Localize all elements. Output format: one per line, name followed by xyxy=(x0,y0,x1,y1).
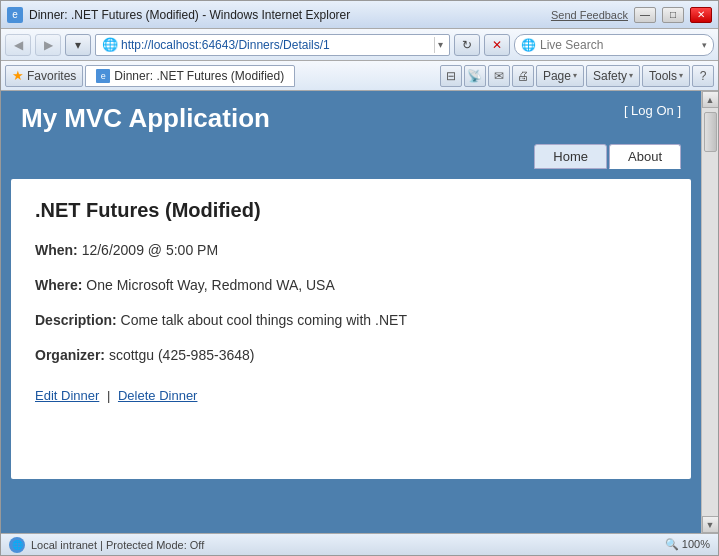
status-left: 🌐 Local intranet | Protected Mode: Off xyxy=(9,537,204,553)
toolbar-right: ⊟ 📡 ✉ 🖨 Page ▾ Safety ▾ Tools ▾ ? xyxy=(440,65,714,87)
status-bar: 🌐 Local intranet | Protected Mode: Off 🔍… xyxy=(1,533,718,555)
print-icon[interactable]: 🖨 xyxy=(512,65,534,87)
title-bar-left: e Dinner: .NET Futures (Modified) - Wind… xyxy=(7,7,350,23)
safety-menu[interactable]: Safety ▾ xyxy=(586,65,640,87)
scroll-down-button[interactable]: ▼ xyxy=(702,516,719,533)
organizer-label: Organizer: xyxy=(35,347,105,363)
mvc-navigation: Home About xyxy=(1,144,701,179)
organizer-field: Organizer: scottgu (425-985-3648) xyxy=(35,345,667,366)
edit-dinner-link[interactable]: Edit Dinner xyxy=(35,388,99,403)
zone-text: Local intranet | Protected Mode: Off xyxy=(31,539,204,551)
when-value: 12/6/2009 @ 5:00 PM xyxy=(82,242,218,258)
address-text: http://localhost:64643/Dinners/Details/1 xyxy=(121,38,431,52)
ie-icon: e xyxy=(7,7,23,23)
title-bar: e Dinner: .NET Futures (Modified) - Wind… xyxy=(1,1,718,29)
about-nav-button[interactable]: About xyxy=(609,144,681,169)
where-value: One Microsoft Way, Redmond WA, USA xyxy=(86,277,334,293)
browser-window: e Dinner: .NET Futures (Modified) - Wind… xyxy=(0,0,719,556)
mvc-application: My MVC Application [ Log On ] Home About… xyxy=(1,91,701,533)
page-menu[interactable]: Page ▾ xyxy=(536,65,584,87)
refresh-button[interactable]: ↻ xyxy=(454,34,480,56)
login-area: [ Log On ] xyxy=(624,103,681,118)
where-label: Where: xyxy=(35,277,82,293)
page-area: My MVC Application [ Log On ] Home About… xyxy=(1,91,718,533)
zone-icon: 🌐 xyxy=(9,537,25,553)
bracket-close: ] xyxy=(674,103,681,118)
delete-dinner-link[interactable]: Delete Dinner xyxy=(118,388,198,403)
dropdown-button[interactable]: ▾ xyxy=(65,34,91,56)
logon-link[interactable]: Log On xyxy=(631,103,674,118)
dinner-title: .NET Futures (Modified) xyxy=(35,199,667,222)
title-bar-controls: Send Feedback — □ ✕ xyxy=(551,7,712,23)
search-input[interactable] xyxy=(540,38,698,52)
description-label: Description: xyxy=(35,312,117,328)
favorites-button[interactable]: ★ Favorites xyxy=(5,65,83,87)
minimize-button[interactable]: — xyxy=(634,7,656,23)
feed-icon[interactable]: 📡 xyxy=(464,65,486,87)
mvc-main-content: .NET Futures (Modified) When: 12/6/2009 … xyxy=(11,179,691,479)
zoom-level[interactable]: 🔍 100% xyxy=(665,538,710,551)
window-title: Dinner: .NET Futures (Modified) - Window… xyxy=(29,8,350,22)
page-content: My MVC Application [ Log On ] Home About… xyxy=(1,91,701,533)
close-button[interactable]: ✕ xyxy=(690,7,712,23)
dinner-action-links: Edit Dinner | Delete Dinner xyxy=(35,388,667,403)
safety-dropdown-icon: ▾ xyxy=(629,71,633,80)
browser-toolbar: ★ Favorites e Dinner: .NET Futures (Modi… xyxy=(1,61,718,91)
where-field: Where: One Microsoft Way, Redmond WA, US… xyxy=(35,275,667,296)
home-nav-button[interactable]: Home xyxy=(534,144,607,169)
help-button[interactable]: ? xyxy=(692,65,714,87)
scrollbar-thumb[interactable] xyxy=(704,112,717,152)
print-preview-icon[interactable]: ⊟ xyxy=(440,65,462,87)
send-feedback-link[interactable]: Send Feedback xyxy=(551,9,628,21)
search-dropdown-icon[interactable]: ▾ xyxy=(702,40,707,50)
navigation-bar: ◀ ▶ ▾ 🌐 http://localhost:64643/Dinners/D… xyxy=(1,29,718,61)
tab-title: Dinner: .NET Futures (Modified) xyxy=(114,69,284,83)
favorites-label: Favorites xyxy=(27,69,76,83)
back-button[interactable]: ◀ xyxy=(5,34,31,56)
description-value: Come talk about cool things coming with … xyxy=(121,312,407,328)
mvc-app-title: My MVC Application xyxy=(21,103,270,134)
ie-page-icon: 🌐 xyxy=(102,37,118,52)
mvc-header: My MVC Application [ Log On ] xyxy=(1,91,701,144)
search-bar: 🌐 ▾ xyxy=(514,34,714,56)
address-divider xyxy=(434,37,435,53)
stop-button[interactable]: ✕ xyxy=(484,34,510,56)
tab-bar: e Dinner: .NET Futures (Modified) xyxy=(85,65,438,87)
link-separator: | xyxy=(107,388,110,403)
tools-dropdown-icon: ▾ xyxy=(679,71,683,80)
tools-menu[interactable]: Tools ▾ xyxy=(642,65,690,87)
when-field: When: 12/6/2009 @ 5:00 PM xyxy=(35,240,667,261)
address-bar[interactable]: 🌐 http://localhost:64643/Dinners/Details… xyxy=(95,34,450,56)
address-dropdown[interactable]: ▾ xyxy=(438,39,443,50)
active-tab[interactable]: e Dinner: .NET Futures (Modified) xyxy=(85,65,295,87)
organizer-value: scottgu (425-985-3648) xyxy=(109,347,255,363)
maximize-button[interactable]: □ xyxy=(662,7,684,23)
star-icon: ★ xyxy=(12,68,24,83)
ie-logo-icon: 🌐 xyxy=(521,38,536,52)
scrollbar: ▲ ▼ xyxy=(701,91,718,533)
mail-icon[interactable]: ✉ xyxy=(488,65,510,87)
when-label: When: xyxy=(35,242,78,258)
page-dropdown-icon: ▾ xyxy=(573,71,577,80)
forward-button[interactable]: ▶ xyxy=(35,34,61,56)
description-field: Description: Come talk about cool things… xyxy=(35,310,667,331)
tab-favicon: e xyxy=(96,69,110,83)
scroll-up-button[interactable]: ▲ xyxy=(702,91,719,108)
